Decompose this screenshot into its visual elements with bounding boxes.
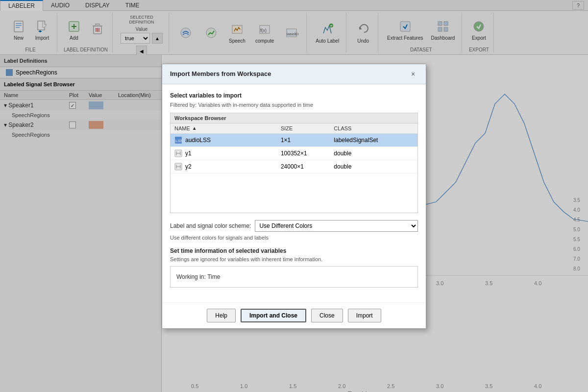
color-scheme-label: Label and signal color scheme:	[170, 222, 251, 229]
wb-row-audioss[interactable]: LSS audioLSS 1×1 labeledSignalSet	[171, 134, 417, 147]
col-name: NAME ▲	[174, 125, 281, 131]
color-scheme-select[interactable]: Use Different Colors Use Same Colors	[255, 220, 418, 232]
modal-close-button[interactable]: ×	[408, 69, 418, 79]
workspace-browser: Workspace Browser NAME ▲ SIZE CLASS LSS	[170, 113, 418, 213]
filter-text: Filtered by: Variables with in-memory da…	[170, 102, 418, 108]
wb-cell-name-y1: y1	[174, 149, 281, 157]
modal-body: Select variables to import Filtered by: …	[162, 84, 426, 302]
color-scheme-row: Label and signal color scheme: Use Diffe…	[170, 220, 418, 232]
import-button[interactable]: Import	[348, 309, 381, 322]
svg-text:LSS: LSS	[175, 139, 182, 143]
modal-title: Import Members from Workspace	[170, 70, 271, 77]
help-button[interactable]: Help	[207, 309, 236, 322]
lss-icon: LSS	[174, 136, 182, 144]
import-and-close-button[interactable]: Import and Close	[241, 309, 306, 322]
workspace-browser-title: Workspace Browser	[171, 113, 417, 123]
array-icon-y1	[174, 149, 182, 157]
wb-empty-area	[171, 173, 417, 213]
wb-row-y1[interactable]: y1 100352×1 double	[171, 147, 417, 160]
color-scheme-desc: Use different colors for signals and lab…	[170, 235, 418, 241]
modal-footer: Help Import and Close Close Import	[162, 302, 426, 328]
wb-table-header: NAME ▲ SIZE CLASS	[171, 123, 417, 134]
wb-row-y2[interactable]: y2 24000×1 double	[171, 160, 417, 173]
import-modal: Import Members from Workspace × Select v…	[162, 64, 426, 329]
time-info-desc: Settings are ignored for variables with …	[170, 256, 418, 262]
array-icon-y2	[174, 163, 182, 171]
select-variables-title: Select variables to import	[170, 92, 418, 99]
time-info-title: Set time information of selected variabl…	[170, 247, 418, 254]
wb-cell-name-y2: y2	[174, 163, 281, 171]
modal-overlay: Import Members from Workspace × Select v…	[0, 0, 588, 392]
time-info-box: Working in: Time	[170, 266, 418, 288]
close-button[interactable]: Close	[311, 309, 343, 322]
wb-cell-name-audio: LSS audioLSS	[174, 136, 281, 144]
modal-header: Import Members from Workspace ×	[162, 64, 426, 84]
